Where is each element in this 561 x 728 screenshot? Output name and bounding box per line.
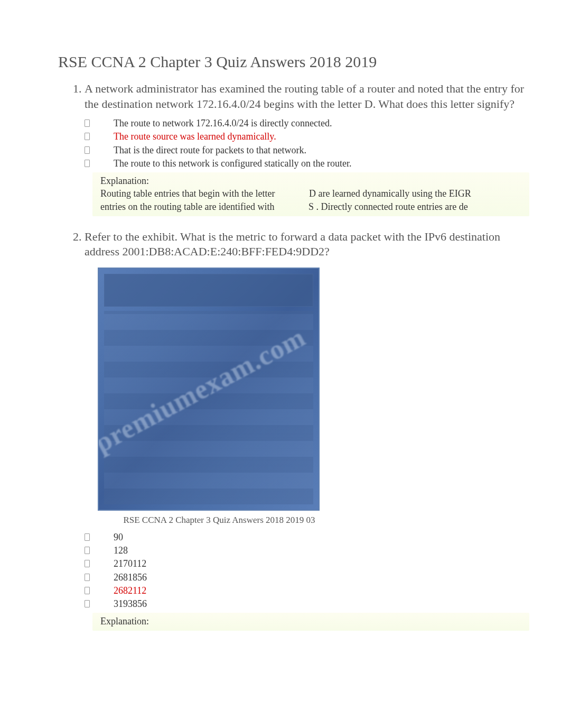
explanation-text: are learned dynamically using the EIGR (318, 188, 471, 199)
explanation-box: Explanation: (92, 613, 529, 631)
option-item: 2170112 (85, 557, 529, 570)
exhibit-image: premiumexam.com (98, 268, 320, 511)
explanation-letter-d: D (309, 188, 316, 199)
question-list: A network administrator has examined the… (58, 81, 529, 631)
explanation-text: . Directly connected route entries are d… (316, 201, 467, 212)
option-item: The route to this network is configured … (85, 157, 529, 170)
question-text: Refer to the exhibit. What is the metric… (85, 229, 529, 260)
option-item-correct: The route source was learned dynamically… (85, 130, 529, 143)
options-list: 90 128 2170112 2681856 2682112 3193856 (85, 531, 529, 611)
question-item-2: Refer to the exhibit. What is the metric… (85, 229, 529, 631)
option-item: 3193856 (85, 597, 529, 611)
explanation-letter-s: S (308, 201, 314, 212)
explanation-text: Routing table entries that begin with th… (100, 188, 275, 199)
explanation-text: entries on the routing table are identif… (100, 201, 274, 212)
option-item-correct: 2682112 (85, 584, 529, 597)
explanation-label: Explanation: (100, 174, 521, 187)
option-item: 128 (85, 544, 529, 557)
question-item-1: A network administrator has examined the… (85, 81, 529, 216)
question-text: A network administrator has examined the… (85, 81, 529, 112)
option-item: 2681856 (85, 571, 529, 584)
explanation-box: Explanation: Routing table entries that … (92, 172, 529, 216)
page-title: RSE CCNA 2 Chapter 3 Quiz Answers 2018 2… (58, 53, 529, 71)
explanation-label: Explanation: (100, 615, 521, 628)
exhibit-container: premiumexam.com RSE CCNA 2 Chapter 3 Qui… (98, 268, 529, 526)
option-item: That is the direct route for packets to … (85, 144, 529, 157)
watermark-text: premiumexam.com (98, 321, 311, 458)
option-item: The route to network 172.16.4.0/24 is di… (85, 117, 529, 130)
option-item: 90 (85, 531, 529, 544)
options-list: The route to network 172.16.4.0/24 is di… (85, 117, 529, 170)
exhibit-caption: RSE CCNA 2 Chapter 3 Quiz Answers 2018 2… (98, 515, 341, 526)
